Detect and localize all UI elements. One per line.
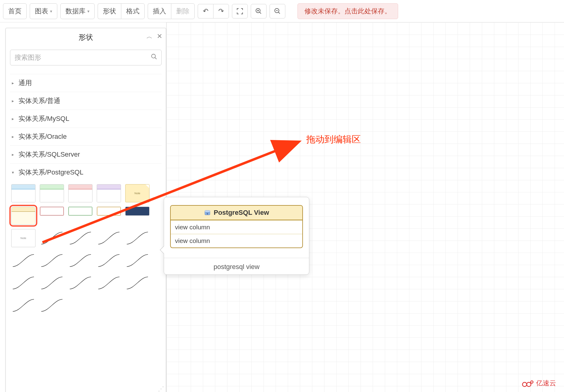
category-er-mysql[interactable]: ▸实体关系/MySQL	[10, 110, 162, 128]
undo-button[interactable]: ↶	[198, 4, 213, 18]
panel-header: 形状 ︿ ✕	[6, 28, 166, 47]
svg-text:V: V	[206, 212, 209, 215]
undo-redo-group: ↶ ↷	[198, 4, 229, 18]
shape-table-blue[interactable]	[11, 184, 35, 202]
shape-relation-2[interactable]	[68, 229, 92, 247]
category-label: 实体关系/普通	[18, 96, 60, 105]
shape-format-group: 形状 格式	[98, 3, 145, 19]
triangle-right-icon: ▸	[12, 134, 16, 139]
triangle-right-icon: ▸	[12, 81, 16, 85]
shape-table-green[interactable]	[40, 184, 64, 202]
preview-caption: postgresql view	[164, 258, 309, 274]
category-general[interactable]: ▸通用	[10, 74, 162, 92]
fullscreen-button[interactable]	[232, 4, 248, 18]
close-icon[interactable]: ✕	[157, 32, 162, 40]
preview-card-header: V PostgreSQL View	[171, 206, 302, 220]
svg-rect-4	[205, 211, 210, 212]
shape-relation-14[interactable]	[125, 274, 149, 292]
svg-point-8	[527, 382, 531, 387]
home-button[interactable]: 首页	[3, 3, 27, 19]
shape-preview-tooltip: V PostgreSQL View view column view colum…	[164, 197, 309, 275]
shape-relation-16[interactable]	[40, 296, 64, 314]
zoom-out-button[interactable]	[270, 4, 285, 18]
shape-relation-1[interactable]	[40, 229, 64, 247]
shape-note[interactable]: Note	[125, 184, 149, 202]
svg-point-9	[531, 381, 533, 383]
shape-relation-15[interactable]	[11, 296, 35, 314]
resize-grip-icon[interactable]: ⋰	[158, 385, 164, 392]
chart-dropdown[interactable]: 图表▾	[30, 3, 57, 19]
shape-relation-10[interactable]	[11, 274, 35, 292]
triangle-right-icon: ▸	[12, 116, 16, 121]
shape-view-yellow[interactable]	[11, 207, 35, 225]
undo-icon: ↶	[203, 7, 208, 15]
insert-delete-group: 插入 删除	[148, 3, 195, 19]
preview-title: PostgreSQL View	[214, 209, 269, 217]
preview-row: view column	[171, 220, 302, 234]
delete-button: 删除	[171, 3, 195, 19]
shapes-panel: 形状 ︿ ✕ ▸通用 ▸实体关系/普通 ▸实体关系/MySQL ▸实体关系/Or…	[5, 28, 166, 392]
category-label: 通用	[18, 78, 32, 88]
shape-thin-red[interactable]	[40, 207, 64, 216]
shape-relation-7[interactable]	[68, 251, 92, 270]
shape-button[interactable]: 形状	[98, 3, 121, 19]
zoom-in-icon	[255, 8, 262, 15]
shape-relation-13[interactable]	[97, 274, 121, 292]
shape-note-small[interactable]: Note	[11, 229, 35, 247]
search-icon[interactable]	[151, 53, 157, 62]
shape-relation-6[interactable]	[40, 251, 64, 270]
preview-row: view column	[171, 234, 302, 247]
shape-relation-9[interactable]	[125, 251, 149, 270]
category-label: 实体关系/MySQL	[18, 114, 69, 123]
panel-title: 形状	[79, 32, 93, 42]
fullscreen-icon	[236, 8, 243, 15]
save-banner[interactable]: 修改未保存。点击此处保存。	[297, 3, 398, 19]
chevron-down-icon: ▾	[87, 9, 89, 14]
watermark-logo-icon	[522, 379, 534, 387]
triangle-right-icon: ▸	[12, 98, 16, 103]
shape-relation-4[interactable]	[125, 229, 149, 247]
triangle-down-icon: ▾	[12, 170, 16, 175]
search-wrap	[10, 50, 162, 65]
shape-relation-8[interactable]	[97, 251, 121, 270]
search-input[interactable]	[10, 50, 162, 65]
view-icon: V	[204, 209, 211, 216]
redo-button[interactable]: ↷	[213, 4, 229, 18]
shape-table-red[interactable]	[68, 184, 92, 202]
category-er-postgresql[interactable]: ▾实体关系/PostgreSQL	[10, 163, 162, 181]
shape-thin-navy[interactable]	[125, 207, 149, 216]
zoom-out-icon	[274, 8, 281, 15]
chevron-down-icon: ▾	[50, 9, 52, 14]
category-er-common[interactable]: ▸实体关系/普通	[10, 92, 162, 110]
annotation-text: 拖动到编辑区	[306, 133, 361, 146]
database-label: 数据库	[65, 7, 86, 16]
shape-thin-green[interactable]	[68, 207, 92, 216]
note-label: Note	[12, 229, 35, 247]
shape-relation-12[interactable]	[68, 274, 92, 292]
svg-point-2	[152, 54, 156, 58]
category-er-sqlserver[interactable]: ▸实体关系/SQLServer	[10, 145, 162, 163]
toolbar: 首页 图表▾ 数据库▾ 形状 格式 插入 删除 ↶ ↷ 修改未保存。点击此处保存…	[0, 0, 564, 22]
panel-body: ▸通用 ▸实体关系/普通 ▸实体关系/MySQL ▸实体关系/Oracle ▸实…	[6, 71, 166, 392]
triangle-right-icon: ▸	[12, 152, 16, 157]
shape-relation-3[interactable]	[97, 229, 121, 247]
collapse-icon[interactable]: ︿	[146, 32, 153, 41]
watermark-text: 亿速云	[536, 379, 556, 388]
svg-point-7	[522, 382, 527, 387]
category-label: 实体关系/PostgreSQL	[18, 168, 83, 177]
shape-thin-orange[interactable]	[97, 207, 121, 216]
shape-grid: Note Note	[10, 181, 162, 317]
database-dropdown[interactable]: 数据库▾	[60, 3, 95, 19]
watermark: 亿速云	[522, 379, 556, 388]
insert-button[interactable]: 插入	[148, 3, 171, 19]
format-button[interactable]: 格式	[121, 3, 145, 19]
chart-label: 图表	[35, 7, 48, 16]
category-er-oracle[interactable]: ▸实体关系/Oracle	[10, 128, 162, 145]
preview-card: V PostgreSQL View view column view colum…	[170, 205, 303, 248]
shape-relation-5[interactable]	[11, 251, 35, 270]
shape-table-purple[interactable]	[97, 184, 121, 202]
category-label: 实体关系/Oracle	[18, 132, 67, 141]
shape-relation-11[interactable]	[40, 274, 64, 292]
zoom-in-button[interactable]	[251, 4, 267, 18]
redo-icon: ↷	[218, 7, 224, 15]
